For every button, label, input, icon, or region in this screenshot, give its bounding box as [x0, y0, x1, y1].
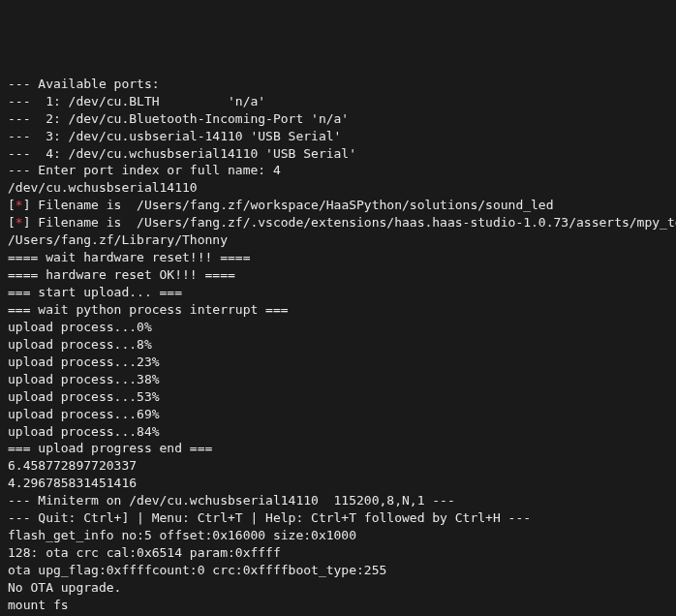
line-text: ] Filename is /Users/fang.zf/workspace/H…: [23, 198, 554, 212]
terminal-line: --- 3: /dev/cu.usbserial-14110 'USB Seri…: [8, 128, 668, 145]
terminal-line: /dev/cu.wchusbserial14110: [8, 179, 668, 197]
terminal-line: upload process...0%: [8, 319, 668, 336]
terminal-output: --- Available ports:--- 1: /dev/cu.BLTH …: [8, 76, 668, 616]
terminal-line: --- 2: /dev/cu.Bluetooth-Incoming-Port '…: [8, 110, 668, 128]
terminal-line: upload process...8%: [8, 336, 668, 354]
terminal-line: === upload progress end ===: [8, 440, 668, 457]
terminal-line: upload process...69%: [8, 406, 668, 423]
star-marker: *: [15, 198, 23, 212]
terminal-line: --- Quit: Ctrl+] | Menu: Ctrl+T | Help: …: [8, 509, 668, 527]
terminal-line: ==== wait hardware reset!!! ====: [8, 249, 668, 266]
terminal-line: === start upload... ===: [8, 284, 668, 301]
terminal-line: 6.458772897720337: [8, 457, 668, 475]
terminal-line: 4.296785831451416: [8, 475, 668, 492]
terminal-line: upload process...53%: [8, 388, 668, 406]
terminal-line: --- Enter port index or full name: 4: [8, 162, 668, 179]
terminal-line: mount fs: [8, 597, 668, 614]
terminal-line: upload process...23%: [8, 354, 668, 371]
terminal-line: ota upg_flag:0xffffcount:0 crc:0xffffboo…: [8, 562, 668, 579]
terminal-line: --- 4: /dev/cu.wchusbserial14110 'USB Se…: [8, 145, 668, 163]
terminal-line: ==== hardware reset OK!!! ====: [8, 266, 668, 284]
bracket-open: [: [8, 215, 15, 230]
terminal-line: [*] Filename is /Users/fang.zf/workspace…: [8, 197, 668, 214]
terminal-line: No OTA upgrade.: [8, 579, 668, 597]
line-text: ] Filename is /Users/fang.zf/.vscode/ext…: [23, 215, 676, 230]
terminal-line: [*] Filename is /Users/fang.zf/.vscode/e…: [8, 214, 668, 231]
terminal-line: === wait python process interrupt ===: [8, 301, 668, 319]
bracket-open: [: [8, 198, 15, 212]
star-marker: *: [15, 215, 23, 230]
terminal-line: upload process...84%: [8, 423, 668, 441]
terminal-line: --- Miniterm on /dev/cu.wchusbserial1411…: [8, 492, 668, 509]
terminal-line: flash_get_info no:5 offset:0x16000 size:…: [8, 527, 668, 544]
terminal-line: upload process...38%: [8, 371, 668, 388]
terminal-line: 128: ota crc cal:0x6514 param:0xffff: [8, 544, 668, 562]
terminal-line: --- 1: /dev/cu.BLTH 'n/a': [8, 93, 668, 110]
terminal-line: /Users/fang.zf/Library/Thonny: [8, 231, 668, 249]
terminal-line: --- Available ports:: [8, 76, 668, 93]
